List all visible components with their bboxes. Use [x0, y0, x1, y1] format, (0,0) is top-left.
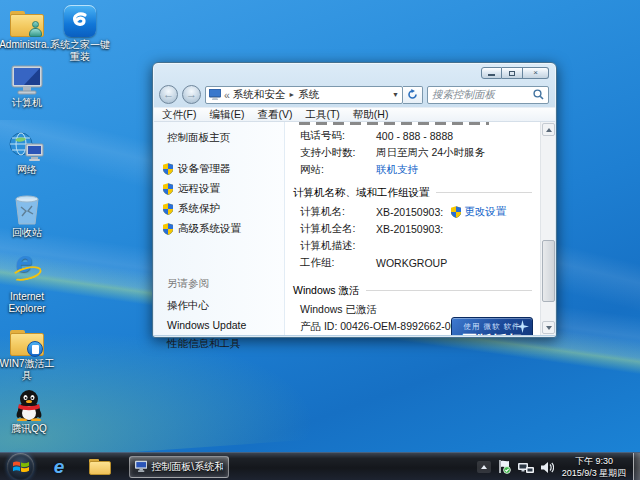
action-center-flag-icon[interactable] [498, 460, 511, 474]
ie-icon: e [11, 257, 43, 289]
show-desktop-button[interactable] [633, 453, 640, 480]
folder-icon [89, 459, 111, 475]
forward-button[interactable]: → [182, 85, 201, 104]
minimize-button[interactable] [481, 67, 502, 79]
uac-shield-icon [163, 163, 173, 175]
desktop-icon-recycle-bin[interactable]: 回收站 [0, 193, 55, 239]
desktop-icon-label: 系统之家一键重装 [49, 39, 111, 63]
row-label: 支持小时数: [300, 146, 376, 160]
sidebar-item-action-center[interactable]: 操作中心 [154, 296, 284, 316]
sidebar-item-windows-update[interactable]: Windows Update [154, 316, 284, 334]
network-tray-icon[interactable] [518, 461, 534, 474]
change-settings-link[interactable]: 更改设置 [451, 205, 506, 219]
row-value: 400 - 888 - 8888 [376, 130, 453, 142]
scrollbar-thumb[interactable] [542, 240, 555, 302]
desktop-icon-label: Administra... [0, 39, 55, 51]
volume-tray-icon[interactable] [541, 461, 554, 474]
ie-icon: e [54, 456, 65, 478]
folder-with-app-icon [10, 324, 44, 356]
sidebar-item-system-protection[interactable]: 系统保护 [154, 199, 284, 219]
desktop-icon-syshome-reinstall[interactable]: 系统之家一键重装 [49, 5, 111, 63]
menu-view[interactable]: 查看(V) [257, 108, 292, 122]
system-control-panel-window: × ← → « 系统和安全 ► 系统 ▼ 搜索控制面板 [152, 62, 557, 338]
back-button[interactable]: ← [159, 85, 178, 104]
desktop-icon-win7-activator[interactable]: WIN7激活工具 [0, 324, 55, 382]
vertical-scrollbar[interactable] [540, 122, 555, 335]
row-value: XB-20150903: [376, 223, 443, 235]
row-label: 计算机名: [300, 205, 376, 219]
genuine-license-badge[interactable]: 使用 微软 软件 正版授权 安全 稳定 声誉 [451, 317, 533, 335]
desktop-icon-administrator[interactable]: Administra... [0, 5, 55, 51]
activation-zone: Windows 已激活 产品 ID: 00426-OEM-8992662-000… [285, 301, 540, 335]
syshome-app-icon [64, 5, 96, 37]
computer-icon [10, 63, 44, 95]
desktop-icon-label: 回收站 [12, 227, 42, 239]
row-label: 电话号码: [300, 129, 376, 143]
search-placeholder: 搜索控制面板 [432, 88, 533, 102]
scroll-up-button[interactable] [542, 123, 555, 136]
start-button[interactable] [7, 453, 34, 480]
close-button[interactable]: × [523, 67, 549, 79]
desktop-icon-network[interactable]: 网络 [0, 130, 55, 176]
sidebar-task-label: 系统保护 [178, 202, 220, 216]
refresh-button[interactable] [403, 86, 423, 104]
activation-status: Windows 已激活 [300, 303, 377, 317]
menu-help[interactable]: 帮助(H) [353, 108, 389, 122]
desktop-icon-label: WIN7激活工具 [0, 358, 55, 382]
breadcrumb-system[interactable]: 系统 [298, 88, 319, 102]
menu-bar: 文件(F) 编辑(E) 查看(V) 工具(T) 帮助(H) [154, 107, 555, 122]
menu-edit[interactable]: 编辑(E) [209, 108, 244, 122]
row-label: 工作组: [300, 256, 376, 270]
clipped-scrolled-text [299, 122, 489, 125]
activation-status-row: Windows 已激活 [285, 301, 540, 318]
menu-tools[interactable]: 工具(T) [305, 108, 339, 122]
desktop-icon-computer[interactable]: 计算机 [0, 63, 55, 109]
search-input[interactable]: 搜索控制面板 [427, 86, 549, 104]
uac-shield-icon [163, 223, 173, 235]
support-row-hours: 支持小时数: 周日至周六 24小时服务 [285, 144, 540, 161]
desktop-icon-label: Internet Explorer [0, 291, 55, 315]
row-label: 计算机全名: [300, 222, 376, 236]
task-button-label: 控制面板\系统和... [151, 460, 223, 474]
scroll-down-button[interactable] [542, 321, 555, 334]
computer-name-row: 计算机名: XB-20150903: 更改设置 [285, 203, 540, 220]
desktop-icon-qq[interactable]: 腾讯QQ [1, 389, 57, 435]
sidebar-item-performance-tools[interactable]: 性能信息和工具 [154, 334, 284, 354]
see-also-header: 另请参阅 [154, 273, 284, 296]
sparkle-star-icon [516, 320, 529, 333]
breadcrumb-system-security[interactable]: 系统和安全 [233, 88, 286, 102]
sidebar-task-label: 高级系统设置 [178, 222, 241, 236]
taskbar: e 控制面板\系统和... 下 [0, 452, 640, 480]
window-titlebar[interactable]: × [153, 63, 556, 82]
row-value: WORKGROUP [376, 257, 447, 269]
online-support-link[interactable]: 联机支持 [376, 163, 418, 177]
taskbar-explorer-button[interactable] [84, 455, 116, 479]
sidebar-item-home[interactable]: 控制面板主页 [154, 131, 284, 159]
uac-shield-icon [163, 183, 173, 195]
desktop-icon-label: 网络 [17, 164, 37, 176]
clock-time: 下午 9:30 [558, 455, 630, 467]
row-value: 周日至周六 24小时服务 [376, 146, 485, 160]
maximize-button[interactable] [502, 67, 523, 79]
show-hidden-icons-button[interactable] [477, 461, 491, 473]
system-page-content: 电话号码: 400 - 888 - 8888 支持小时数: 周日至周六 24小时… [285, 122, 540, 335]
menu-file[interactable]: 文件(F) [162, 108, 196, 122]
taskbar-clock[interactable]: 下午 9:30 2015/9/3 星期四 [558, 455, 630, 479]
sidebar-item-remote-settings[interactable]: 远程设置 [154, 179, 284, 199]
workgroup-row: 工作组: WORKGROUP [285, 254, 540, 271]
row-label: 计算机描述: [300, 239, 376, 253]
computer-name-section-header: 计算机名称、域和工作组设置 [285, 185, 540, 200]
crumb-overflow-chevrons[interactable]: « [224, 89, 230, 101]
sidebar-item-device-manager[interactable]: 设备管理器 [154, 159, 284, 179]
network-globe-icon [9, 130, 45, 162]
desktop-icon-internet-explorer[interactable]: e Internet Explorer [0, 257, 55, 315]
search-icon[interactable] [533, 89, 544, 100]
address-dropdown-icon[interactable]: ▼ [392, 91, 399, 98]
sidebar-item-advanced-system-settings[interactable]: 高级系统设置 [154, 219, 284, 239]
taskbar-ie-button[interactable]: e [43, 455, 75, 479]
computer-description-row: 计算机描述: [285, 237, 540, 254]
uac-shield-icon [451, 206, 461, 218]
taskbar-task-control-panel[interactable]: 控制面板\系统和... [129, 456, 229, 478]
row-label: 网站: [300, 163, 376, 177]
address-bar[interactable]: « 系统和安全 ► 系统 ▼ [205, 86, 403, 104]
